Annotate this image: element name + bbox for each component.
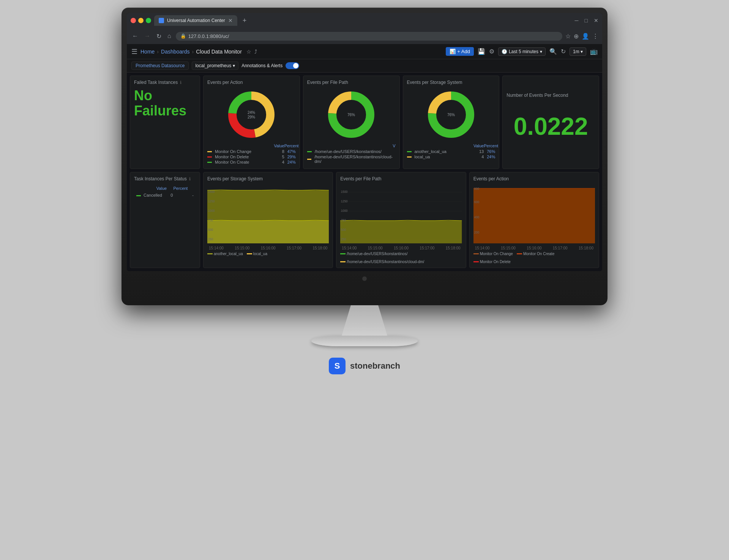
local-prometheus-filter[interactable]: local_prometheus ▾ (192, 62, 238, 70)
st-legend-row-0: another_local_ua 13 76% (407, 149, 495, 154)
toggle-knob (293, 63, 298, 68)
refresh-button[interactable]: ↻ (561, 48, 566, 55)
profile-icon[interactable]: 👤 (582, 33, 589, 40)
svg-text:1500: 1500 (208, 190, 215, 194)
svg-text:200: 200 (474, 230, 479, 235)
svg-text:29%: 29% (248, 115, 255, 119)
settings-button[interactable]: ⚙ (489, 48, 494, 55)
browser-tab[interactable]: Universal Automation Center ✕ (154, 15, 237, 26)
extension-icon[interactable]: ⊕ (574, 33, 579, 40)
breadcrumb-dashboards[interactable]: Dashboards (161, 49, 190, 55)
st-text-0: another_local_ua (415, 149, 447, 154)
breadcrumb-home[interactable]: Home (140, 49, 155, 55)
value-col-header: Value (135, 185, 168, 191)
ac-xlabel-1: 15:15:00 (501, 246, 516, 250)
add-button[interactable]: 📊 + Add (446, 47, 474, 56)
svg-text:76%: 76% (447, 113, 455, 117)
svg-text:750: 750 (341, 218, 346, 222)
ac-xlabel-2: 15:16:00 (527, 246, 541, 250)
info-icon[interactable]: ℹ (180, 80, 181, 85)
svg-text:400: 400 (474, 215, 479, 219)
fp-legend-label-0: /home/ue-dev/USERS/konstantinos/ (307, 149, 396, 154)
task-status-title: Task Instances Per Status ℹ (134, 176, 196, 181)
maximize-window-button[interactable] (146, 18, 151, 23)
chart-storage-panel: Events per Storage System (203, 172, 333, 268)
st-legend-label-0: another_local_ua (407, 149, 473, 154)
legend-pct-2: 24% (284, 160, 296, 164)
svg-text:24%: 24% (248, 110, 255, 115)
svg-text:76%: 76% (347, 113, 355, 117)
menu-button[interactable]: ☰ (131, 47, 137, 56)
fp-value-header: V (384, 144, 396, 148)
fp-legend-row-1: /home/ue-dev/USERS/konstantinos/cloud-dm… (307, 154, 396, 164)
favorite-star-icon[interactable]: ☆ (246, 49, 251, 55)
chart-storage-title: Events per Storage System (207, 176, 329, 181)
share-icon[interactable]: ⤴ (254, 49, 257, 55)
time-picker[interactable]: 🕐 Last 5 minutes ▾ (498, 47, 546, 56)
datasource-filter[interactable]: Prometheus Datasource (131, 62, 189, 70)
local-prometheus-label: local_prometheus (195, 63, 231, 68)
svg-text:1500: 1500 (341, 190, 348, 194)
close-window-button[interactable] (131, 18, 136, 23)
forward-button[interactable]: → (143, 31, 152, 41)
events-action-title: Events per Action (207, 80, 296, 85)
chart-action-xaxis: 15:14:00 15:15:00 15:16:00 15:17:00 15:1… (473, 246, 595, 250)
st-color-0 (407, 151, 412, 152)
tv-mode-button[interactable]: 📺 (590, 48, 598, 55)
task-status-info-icon[interactable]: ℹ (189, 177, 191, 181)
events-storage-title-text: Events per Storage System (407, 80, 462, 85)
events-storage-title: Events per Storage System (407, 80, 495, 85)
storage-donut-svg: 76% (424, 88, 478, 141)
monitor-chin (127, 271, 602, 286)
xlabel-2: 15:16:00 (261, 246, 276, 250)
events-per-storage-panel: Events per Storage System 76% Value (403, 76, 500, 169)
st-pct-1: 24% (484, 155, 495, 159)
tab-close-button[interactable]: ✕ (228, 17, 233, 24)
zoom-out-button[interactable]: 🔍 (549, 48, 557, 55)
refresh-button[interactable]: ↻ (155, 31, 163, 41)
back-button[interactable]: ← (131, 31, 140, 41)
ac-legend-label-1: Monitor On Create (523, 252, 554, 256)
minimize-icon[interactable]: ─ (575, 17, 579, 24)
window-controls: ─ □ ✕ (575, 17, 598, 24)
svg-marker-31 (340, 221, 462, 243)
close-icon[interactable]: ✕ (594, 17, 598, 24)
legend-row-1: Monitor On Delete 5 29% (207, 154, 296, 159)
xlabel-0: 15:14:00 (209, 246, 224, 250)
value-header: Value (273, 144, 284, 148)
svg-text:1250: 1250 (341, 199, 348, 203)
url-display: 127.0.0.1:8080/uc/ (188, 33, 229, 39)
chart-filepath-title-text: Events per File Path (340, 176, 381, 181)
browser-chrome: Universal Automation Center ✕ + ─ □ ✕ ← … (127, 13, 602, 44)
legend-line-1 (247, 253, 252, 254)
svg-text:1000: 1000 (208, 209, 215, 213)
status-row-cancelled: Cancelled 0 - (135, 192, 195, 198)
save-button[interactable]: 💾 (478, 48, 485, 55)
dashboard: Failed Task Instances ℹ No Failures Even… (127, 73, 602, 271)
bookmark-icon[interactable]: ☆ (565, 33, 571, 40)
failed-task-instances-panel: Failed Task Instances ℹ No Failures (130, 76, 200, 169)
refresh-rate[interactable]: 1m ▾ (570, 47, 586, 56)
fp-xlabel-0: 15:14:00 (342, 246, 357, 250)
monitor-power-indicator (362, 276, 367, 281)
breadcrumb-current: Cloud Data Monitor (196, 49, 242, 55)
svg-text:750: 750 (208, 218, 213, 222)
minimize-window-button[interactable] (138, 18, 144, 23)
chart-action-svg: 800 600 400 200 (473, 185, 595, 245)
fp-legend-item-1: /home/ue-dev/USERS/konstantinos/cloud-dm… (340, 260, 424, 264)
browser-window-controls (131, 18, 151, 23)
new-tab-button[interactable]: + (240, 17, 249, 25)
annotations-toggle[interactable] (286, 62, 299, 69)
chart-storage-svg: 1500 1250 1000 750 500 250 (207, 185, 329, 245)
ac-legend-line-2 (473, 261, 479, 262)
menu-icon[interactable]: ⋮ (592, 33, 598, 40)
address-bar[interactable]: 🔒 127.0.0.1:8080/uc/ (176, 32, 562, 41)
stonebranch-logo-icon: S (329, 358, 346, 374)
events-filepath-title: Events per File Path (307, 80, 396, 85)
monitor-stand-base (311, 336, 418, 346)
restore-icon[interactable]: □ (585, 17, 588, 24)
st-value-header: Value (472, 144, 484, 148)
ac-legend-line-1 (517, 253, 522, 254)
home-button[interactable]: ⌂ (166, 31, 173, 41)
legend-text-1: Monitor On Delete (215, 155, 249, 159)
